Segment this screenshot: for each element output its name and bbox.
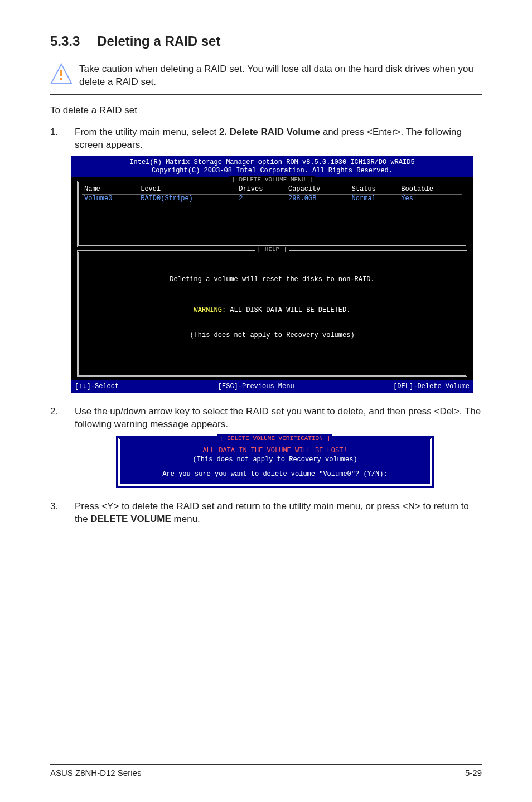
verify-note: (This does not apply to Recovery volumes… — [125, 455, 424, 464]
svg-rect-2 — [60, 78, 62, 80]
help-line-1: Deleting a volume will reset the disks t… — [84, 276, 460, 284]
footer-right: 5-29 — [465, 768, 482, 777]
row-status: Normal — [350, 194, 399, 203]
step-2-text: Use the up/down arrow key to select the … — [75, 406, 481, 429]
col-bootable: Bootable — [399, 185, 462, 195]
bios-help-title: [ HELP ] — [255, 246, 289, 254]
step-3-text-c: menu. — [171, 514, 200, 524]
row-drives: 2 — [236, 194, 286, 203]
bios-volume-table: Name Level Drives Capacity Status Bootab… — [82, 185, 462, 203]
help-warn-rest: ALL DISK DATA WILL BE DELETED. — [226, 306, 350, 314]
step-1-strong: 2. Delete RAID Volume — [219, 127, 320, 137]
step-3: Press <Y> to delete the RAID set and ret… — [50, 500, 482, 526]
footer-esc: [ESC]-Previous Menu — [218, 383, 294, 391]
bios-delete-volume-screen: Intel(R) Matrix Storage Manager option R… — [71, 156, 473, 393]
bios-banner-line2: Copyright(C) 2003-08 Intel Corporation. … — [75, 167, 470, 175]
footer-left: ASUS Z8NH-D12 Series — [50, 768, 141, 777]
svg-rect-1 — [60, 70, 62, 76]
row-name: Volume0 — [82, 194, 138, 203]
col-capacity: Capacity — [286, 185, 350, 195]
step-3-strong: DELETE VOLUME — [90, 514, 171, 524]
help-warn-prefix: WARNING: — [194, 306, 226, 314]
section-number: 5.3.3 — [50, 33, 80, 49]
verify-title: [ DELETE VOLUME VERIFICATION ] — [217, 434, 332, 443]
bios-delete-menu-title: [ DELETE VOLUME MENU ] — [229, 176, 315, 184]
footer-del: [DEL]-Delete Volume — [393, 383, 470, 391]
caution-icon — [50, 63, 72, 85]
bios-banner-line1: Intel(R) Matrix Storage Manager option R… — [75, 158, 470, 167]
col-level: Level — [138, 185, 236, 195]
page-footer: ASUS Z8NH-D12 Series 5-29 — [50, 764, 482, 777]
step-1-text-a: From the utility main menu, select — [75, 127, 219, 137]
table-row[interactable]: Volume0 RAID0(Stripe) 2 298.0GB Normal Y… — [82, 194, 462, 203]
col-status: Status — [350, 185, 399, 195]
col-drives: Drives — [236, 185, 286, 195]
section-heading: 5.3.3 Deleting a RAID set — [50, 33, 482, 49]
row-level: RAID0(Stripe) — [138, 194, 236, 203]
footer-select: [↑↓]-Select — [75, 383, 119, 391]
help-line-3: (This does not apply to Recovery volumes… — [84, 331, 460, 340]
col-name: Name — [82, 185, 138, 195]
bios-delete-menu-box: [ DELETE VOLUME MENU ] Name Level Drives… — [77, 181, 467, 247]
bios-help-box: [ HELP ] Deleting a volume will reset th… — [77, 250, 467, 377]
bios-footer-hints: [↑↓]-Select [ESC]-Previous Menu [DEL]-De… — [71, 380, 473, 393]
help-warning-line: WARNING: ALL DISK DATA WILL BE DELETED. — [84, 306, 460, 315]
caution-note: Take caution when deleting a RAID set. Y… — [50, 57, 482, 95]
caution-text: Take caution when deleting a RAID set. Y… — [79, 63, 482, 89]
bios-banner: Intel(R) Matrix Storage Manager option R… — [71, 156, 473, 177]
verify-prompt: Are you sure you want to delete volume "… — [125, 470, 424, 479]
verify-warn: ALL DATA IN THE VOLUME WILL BE LOST! — [125, 446, 424, 455]
step-2: Use the up/down arrow key to select the … — [50, 405, 482, 488]
bios-verify-dialog: [ DELETE VOLUME VERIFICATION ] ALL DATA … — [116, 436, 434, 489]
procedure-intro: To delete a RAID set — [50, 105, 482, 116]
step-1: From the utility main menu, select 2. De… — [50, 126, 482, 393]
row-bootable: Yes — [399, 194, 462, 203]
section-title: Deleting a RAID set — [97, 33, 220, 49]
row-capacity: 298.0GB — [286, 194, 350, 203]
